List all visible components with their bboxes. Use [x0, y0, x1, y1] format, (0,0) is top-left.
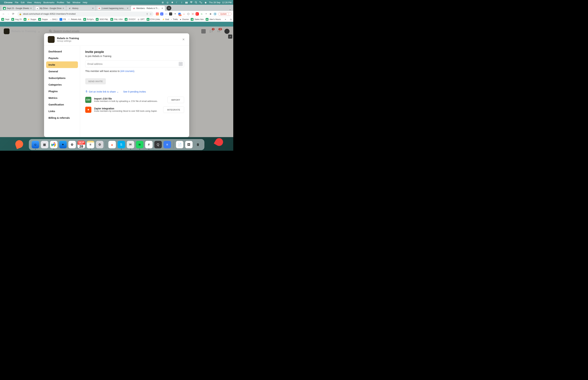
bookmarks-overflow[interactable]: » [225, 18, 226, 20]
bookmark[interactable]: ▦Alex's Hours [206, 18, 221, 21]
docs-icon[interactable]: ≡ [164, 141, 171, 148]
control-center-icon[interactable] [199, 1, 202, 4]
app-name[interactable]: Chrome [4, 1, 12, 4]
trash-icon[interactable]: 🗑 [194, 141, 202, 148]
status-icon-1[interactable]: ⊞ [161, 1, 164, 4]
extension-icon[interactable] [156, 12, 159, 16]
bookmark[interactable]: ▦Supps [38, 18, 48, 21]
import-button[interactable]: IMPORT [167, 97, 184, 103]
sidebar-item-plugins[interactable]: Plugins [46, 88, 78, 95]
pin-icon[interactable]: ⍟ [182, 12, 186, 16]
bookmark[interactable]: ▦fb Kpi's [83, 18, 94, 21]
finder-icon[interactable]: ☺ [32, 141, 39, 148]
notes-icon[interactable]: ≡ [87, 141, 94, 148]
bookmark[interactable]: ▦SGD P&L [96, 18, 108, 21]
extension-icon[interactable]: G [200, 12, 203, 16]
safari-icon[interactable]: ✦ [59, 141, 67, 148]
extension-icon[interactable]: M [191, 12, 194, 16]
browser-tab[interactable]: ↺ History ✕ [67, 6, 95, 11]
menu-window[interactable]: Window [73, 1, 80, 4]
menubar-time[interactable]: 12:26 PM [222, 1, 231, 4]
new-tab-button[interactable]: + [167, 6, 171, 11]
menu-file[interactable]: File [15, 1, 18, 4]
pending-invites-link[interactable]: See 9 pending invites [123, 90, 146, 93]
send-invite-button[interactable]: SEND INVITE [85, 78, 106, 84]
menu-view[interactable]: View [27, 1, 32, 4]
siri-icon[interactable]: ◉ [204, 1, 207, 4]
profile-button[interactable]: S [213, 12, 217, 16]
browser-tab[interactable]: ▦ Sept 23 - Google Sheets ✕ [1, 6, 34, 11]
close-icon[interactable]: ✕ [127, 7, 129, 10]
extension-icon[interactable]: </> [165, 12, 168, 16]
browser-tab[interactable]: M 1 event happening tomorrow - ✕ [96, 6, 130, 11]
address-bar[interactable]: 🔒 skool.com/school-of-magic-8352/-/membe… [17, 12, 153, 16]
browser-tab[interactable]: sk Members · Rebels in Training ✕ [131, 6, 165, 11]
update-button[interactable]: Update⋮ [218, 12, 231, 16]
sidebar-item-invite[interactable]: Invite [46, 61, 78, 68]
bluetooth-icon[interactable]: ᚼ [180, 1, 183, 4]
bookmark[interactable]: 〰Rebels Ads [68, 18, 81, 20]
extensions-button[interactable]: ✦ [205, 12, 208, 16]
autofill-icon[interactable]: ⋯ [179, 62, 183, 66]
close-icon[interactable]: ✕ [30, 7, 32, 10]
brave-icon[interactable]: ▲ [108, 141, 116, 148]
bookmark[interactable]: ▫Trello [171, 18, 178, 20]
bookmark[interactable]: ▦Aug 23 [11, 18, 22, 21]
settings-icon[interactable]: ⚙ [96, 141, 103, 148]
status-icon-2[interactable]: ◎ [166, 1, 169, 4]
photos-icon[interactable]: ✿ [68, 141, 76, 148]
browser-tab[interactable]: ▲ My Drive - Google Drive ✕ [34, 6, 66, 11]
sidebar-item-categories[interactable]: Categories [46, 81, 78, 88]
bookmark[interactable]: ▦Sales hire [191, 18, 204, 21]
close-icon[interactable]: ✕ [161, 7, 163, 10]
sidebar-item-subscriptions[interactable]: Subscriptions [46, 75, 78, 81]
close-button[interactable]: ✕ [182, 37, 186, 42]
skype-icon[interactable]: S [117, 141, 125, 148]
close-icon[interactable]: ✕ [92, 7, 94, 10]
app-icon[interactable]: ✉ [127, 141, 134, 148]
other-bookmarks[interactable]: 🗀Other Bookmarks [230, 17, 233, 22]
sidebar-item-billing[interactable]: Billing & referrals [46, 114, 78, 121]
menu-profiles[interactable]: Profiles [57, 1, 64, 4]
battery-icon[interactable]: ▮▮ [185, 1, 188, 4]
dock-file-1[interactable]: 📄 [176, 141, 183, 148]
reload-button[interactable]: ⟳ [11, 12, 15, 16]
bookmark[interactable]: ··· GHL1 [50, 18, 57, 20]
sidepanel-button[interactable]: ▣ [209, 12, 212, 16]
bookmark[interactable]: ▦⚡ Supps [24, 18, 36, 21]
extension-icon[interactable]: G+ [178, 12, 181, 16]
extension-icon[interactable]: ● [160, 12, 163, 16]
sidebar-item-gamification[interactable]: Gamification [46, 101, 78, 108]
extension-icon[interactable]: ◯ [187, 12, 190, 16]
status-icon-3[interactable]: ✺ [171, 1, 173, 4]
bookmark[interactable]: ▦23 EOY [125, 18, 136, 21]
bookmark[interactable]: ◎GPT [138, 18, 145, 20]
moon-icon[interactable]: ☾ [176, 1, 178, 4]
menubar-date[interactable]: Thu 28 Sep [209, 1, 220, 4]
launchpad-icon[interactable]: ▦ [41, 141, 48, 148]
invite-link[interactable]: Get an invite link to share ⌄ [85, 90, 119, 93]
star-icon[interactable]: ☆ [150, 13, 152, 15]
search-icon[interactable] [195, 1, 197, 4]
email-input[interactable] [85, 60, 184, 67]
bookmark[interactable]: ▦EYH LInks [147, 18, 160, 21]
sidebar-item-payouts[interactable]: Payouts [46, 55, 78, 61]
extension-icon[interactable]: ⋯ [169, 12, 172, 16]
bookmark[interactable]: ●Osome [180, 18, 189, 20]
lock-icon[interactable]: 🔒 [19, 13, 22, 15]
wifi-icon[interactable] [190, 1, 193, 4]
devtools-toggle[interactable]: ⤢ [228, 35, 232, 38]
tab-list-button[interactable]: ⌄ [229, 7, 233, 11]
sidebar-item-metrics[interactable]: Metrics [46, 95, 78, 101]
dock-file-2[interactable]: 🖼 [185, 141, 193, 148]
bookmark[interactable]: ▦P&L USA [111, 18, 123, 21]
extension-icon[interactable]: ▶ [196, 12, 199, 16]
courses-link[interactable]: (4/4 courses) [120, 70, 134, 73]
close-icon[interactable]: ✕ [62, 7, 64, 10]
quicktime-icon[interactable]: Q [154, 141, 162, 148]
menu-help[interactable]: Help [83, 1, 87, 4]
menu-bookmarks[interactable]: Bookmarks [43, 1, 55, 4]
menu-tab[interactable]: Tab [67, 1, 70, 4]
share-icon[interactable]: ⇪ [146, 13, 148, 15]
bookmark[interactable]: fFB [59, 18, 66, 21]
